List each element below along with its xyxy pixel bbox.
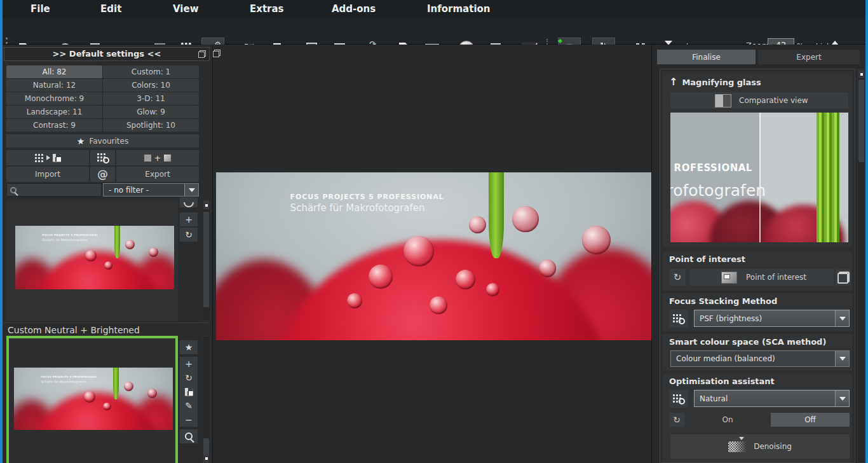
- optimisation-value: Natural: [700, 394, 728, 403]
- preset-zoom-button[interactable]: [180, 429, 198, 443]
- preset-thumbnail-card[interactable]: FOCUS PROJECTS 5 PROFESSIONAL Schärfe fü…: [6, 200, 178, 321]
- grid-search-icon: [672, 313, 685, 324]
- colourspace-dropdown[interactable]: Colour median (balanced): [670, 350, 850, 367]
- poi-section: Point of interest ↻ Point of interest: [663, 251, 852, 291]
- magnifier-preview[interactable]: ROFESSIONAL rofotografen: [670, 113, 848, 242]
- category-colors[interactable]: Colors: 10: [103, 79, 199, 92]
- poi-button-label: Point of interest: [746, 273, 806, 282]
- thumb-zoom-button[interactable]: [180, 197, 198, 207]
- assistant-off-button[interactable]: Off: [771, 413, 850, 427]
- comparison-split-line: [759, 113, 761, 242]
- menu-view[interactable]: View: [173, 3, 199, 15]
- scrollbar-collapse-button[interactable]: [203, 201, 209, 209]
- category-custom[interactable]: Custom: 1: [103, 66, 199, 78]
- menu-file[interactable]: File: [31, 3, 50, 15]
- category-spotlight[interactable]: Spotlight: 10: [103, 119, 199, 132]
- arrow-right-icon: [46, 155, 50, 160]
- category-natural[interactable]: Natural: 12: [6, 79, 102, 92]
- cherry-body: [35, 392, 158, 430]
- selected-preset-thumbnail-card[interactable]: FOCUS PROJECTS 5 PROFESSIONAL Schärfe fü…: [6, 336, 178, 463]
- category-landscape[interactable]: Landscape: 11: [6, 106, 102, 118]
- undock-panel-icon[interactable]: [198, 50, 206, 58]
- stacking-method-dropdown[interactable]: PSF (brightness): [694, 310, 850, 327]
- thumb-add-button[interactable]: +: [180, 212, 198, 226]
- preset-thumbnail-image[interactable]: FOCUS PROJECTS 5 PROFESSIONAL Schärfe fü…: [15, 226, 174, 289]
- stacking-section: Focus Stacking Method PSF (brightness): [663, 293, 852, 331]
- preset-detail-scrollbar[interactable]: [202, 336, 210, 463]
- export-button[interactable]: Export: [116, 167, 199, 182]
- refresh-icon: ↻: [673, 415, 681, 424]
- poi-title: Point of interest: [669, 254, 745, 264]
- main-canvas[interactable]: FOCUS PROJECTS 5 PROFESSIONAL Schärfe fü…: [212, 45, 651, 463]
- minus-icon: −: [185, 415, 193, 424]
- favourites-button[interactable]: ★ Favourites: [6, 134, 199, 148]
- thumb-refresh-button[interactable]: ↻: [180, 228, 198, 242]
- category-monochrome[interactable]: Monochrome: 9: [6, 92, 102, 105]
- undock-canvas-icon[interactable]: [213, 50, 220, 57]
- copy-icon: [837, 272, 850, 284]
- plus-icon: +: [154, 154, 161, 162]
- poi-button[interactable]: Point of interest: [689, 269, 834, 286]
- photo-brand-line1: FOCUS PROJECTS 5 PROFESSIONAL: [290, 193, 444, 201]
- optimisation-browse-button[interactable]: [669, 390, 688, 408]
- stacking-browse-button[interactable]: [669, 310, 688, 328]
- scrollbar-thumb[interactable]: [858, 79, 864, 162]
- comparative-view-row: Comparative view: [670, 92, 848, 109]
- magnifier-icon: [184, 202, 194, 207]
- share-at-button[interactable]: @: [90, 167, 115, 182]
- denoising-button[interactable]: Denoising: [670, 434, 850, 459]
- preset-search-input[interactable]: [6, 183, 102, 197]
- preset-save-button[interactable]: [180, 385, 198, 399]
- scrollbar-collapse-button[interactable]: [858, 70, 864, 78]
- settings-scrollbar[interactable]: [857, 69, 865, 463]
- photo-brand-line2: Schärfe für Makrofotografen: [290, 202, 444, 214]
- menu-edit[interactable]: Edit: [100, 3, 121, 15]
- menu-information[interactable]: Information: [427, 3, 491, 15]
- category-glow[interactable]: Glow: 9: [103, 106, 199, 118]
- settings-content: ↑ Magnifying glass Comparative view ROFE…: [660, 69, 855, 463]
- category-contrast[interactable]: Contrast: 9: [6, 119, 102, 132]
- optimisation-section: Optimisation assistant Natural ↻ On Off …: [663, 373, 852, 462]
- preset-grid-icon: [34, 153, 44, 163]
- poi-reset-button[interactable]: ↻: [669, 269, 686, 286]
- colourspace-value: Colour median (balanced): [676, 354, 775, 363]
- assistant-on-button[interactable]: On: [688, 413, 767, 427]
- presets-panel-title: >> Default settings <<: [53, 49, 161, 59]
- poi-marker-icon: [721, 272, 737, 284]
- preset-favourite-button[interactable]: ★: [180, 340, 198, 354]
- settings-panel: Finalise Expert ↑ Magnifying glass Compa…: [651, 45, 865, 463]
- import-button[interactable]: Import: [6, 167, 89, 182]
- tab-finalise[interactable]: Finalise: [657, 50, 756, 64]
- main-image[interactable]: FOCUS PROJECTS 5 PROFESSIONAL Schärfe fü…: [216, 172, 652, 340]
- menu-extras[interactable]: Extras: [250, 3, 284, 15]
- preset-add-button[interactable]: +: [180, 357, 198, 371]
- collapse-up-icon[interactable]: ↑: [669, 77, 677, 87]
- category-3d[interactable]: 3-D: 11: [103, 92, 199, 105]
- refresh-icon: ↻: [674, 273, 682, 282]
- scrollbar-thumb[interactable]: [203, 438, 209, 455]
- browse-presets-button[interactable]: [90, 150, 115, 165]
- category-all[interactable]: All: 82: [6, 66, 102, 78]
- preset-refresh-button[interactable]: ↻: [180, 371, 198, 385]
- scrollbar-collapse-button[interactable]: [203, 454, 209, 462]
- preset-remove-button[interactable]: −: [180, 413, 198, 427]
- preset-edit-button[interactable]: ✎: [180, 399, 198, 413]
- poi-copy-button[interactable]: [836, 269, 851, 286]
- magnifier-icon: [185, 432, 193, 440]
- import-presets-icon-button[interactable]: [6, 150, 89, 165]
- optimisation-reset-button[interactable]: ↻: [669, 413, 684, 427]
- noise-icon: [728, 441, 746, 452]
- stacking-method-value: PSF (brightness): [700, 314, 762, 323]
- dropdown-arrow-icon: [184, 184, 198, 196]
- preset-filter-dropdown[interactable]: - no filter -: [103, 183, 199, 197]
- selected-preset-thumbnail-image[interactable]: FOCUS PROJECTS 5 PROFESSIONAL Schärfe fü…: [14, 368, 173, 430]
- optimisation-dropdown[interactable]: Natural: [694, 390, 850, 407]
- comparative-view-toggle[interactable]: [715, 94, 731, 107]
- scrollbar-thumb[interactable]: [203, 212, 209, 307]
- thumbnail-list-scrollbar[interactable]: [202, 200, 210, 321]
- tab-expert[interactable]: Expert: [758, 50, 860, 64]
- menu-addons[interactable]: Add-ons: [332, 3, 376, 15]
- comparative-view-label: Comparative view: [739, 96, 808, 105]
- presets-panel-header[interactable]: >> Default settings <<: [4, 47, 210, 61]
- combine-presets-icon-button[interactable]: +: [116, 150, 199, 165]
